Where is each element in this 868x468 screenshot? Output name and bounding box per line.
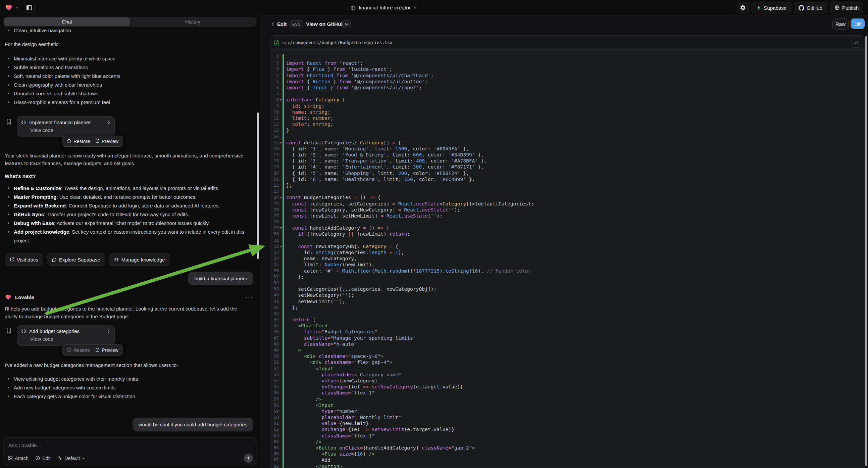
manage-knowledge-button[interactable]: Manage knowledge: [109, 254, 170, 266]
next-steps-list: Refine & Customize: Tweak the design, an…: [5, 184, 253, 245]
list-item: View existing budget categories with the…: [5, 375, 253, 383]
user-message-bubble: build a financial planner: [188, 272, 253, 285]
attach-button[interactable]: Attach: [8, 456, 29, 461]
list-item: Refine & Customize: Tweak the design, an…: [5, 184, 253, 193]
code-icon: [21, 120, 26, 124]
code-line: 12 color: string;: [271, 121, 865, 127]
sidebar-toggle-button[interactable]: [24, 3, 35, 13]
supabase-button[interactable]: Supabase: [751, 2, 792, 13]
fold-caret-icon[interactable]: [279, 227, 282, 229]
collapse-file-button[interactable]: [851, 38, 861, 48]
design-bullet-list: Minimalist interface with plenty of whit…: [5, 54, 253, 107]
code-line: 37 };: [271, 274, 865, 280]
list-item: Expand with Backend: Connect Supabase to…: [5, 201, 253, 210]
arrow-up-icon: [246, 456, 251, 460]
supabase-bolt-icon: [756, 5, 762, 10]
code-line: 53 placeholder="Category name": [271, 372, 865, 378]
code-line: 61 value={newLimit}: [271, 420, 865, 427]
globe-icon: [350, 5, 356, 11]
explore-supabase-button[interactable]: Explore Supabase: [46, 254, 105, 266]
code-line: 56 className="flex-1": [271, 390, 865, 396]
code-line: 65 <Button onClick={handleAddCategory} c…: [271, 445, 865, 451]
chat-input[interactable]: Ask Lovable...: [8, 442, 252, 448]
chevron-right-icon: [107, 120, 111, 124]
list-item: Add new budget categories with custom li…: [5, 383, 253, 392]
code-line: 55 onChange={(e) => setNewCategory(e.tar…: [271, 384, 865, 390]
send-button[interactable]: [244, 454, 253, 463]
list-item: Subtle animations and transitions: [5, 63, 253, 72]
code-line: 32 const newCategoryObj: Category = {: [271, 243, 865, 250]
code-panel: Exit ESC View on GitHub G Raw Diff src/c…: [260, 16, 868, 468]
esc-key-badge: ESC: [289, 18, 303, 30]
code-line: 49 >: [271, 347, 865, 353]
code-editor-lines: 12import React from 'react';3import { Pl…: [271, 54, 865, 468]
code-line: 20 { id: '5', name: 'Shopping', limit: 2…: [271, 170, 865, 176]
code-line: 38: [271, 280, 865, 286]
back-chevron-icon[interactable]: [271, 18, 275, 30]
version-card-implement-financial-planner[interactable]: Implement financial planner View code: [17, 116, 115, 137]
preview-button[interactable]: Preview: [95, 139, 118, 144]
gear-icon: [740, 5, 746, 11]
assistant-paragraph: Your sleek financial planner is now read…: [5, 152, 251, 167]
fold-caret-icon[interactable]: [279, 99, 282, 101]
raw-tab-button[interactable]: Raw: [832, 18, 848, 30]
exit-button[interactable]: Exit: [277, 18, 286, 30]
window-scrollbar[interactable]: [865, 36, 867, 466]
preview-button[interactable]: Preview: [95, 348, 118, 353]
list-item: Clean typography with clear hierarchies: [5, 81, 253, 89]
code-file-card: src/components/budget/BudgetCategories.t…: [270, 35, 865, 468]
settings-button[interactable]: [737, 2, 749, 13]
chat-scrollbar[interactable]: [257, 113, 259, 259]
view-code-link[interactable]: View code: [30, 336, 111, 342]
diff-tab-button[interactable]: Diff: [850, 18, 865, 30]
lovable-heart-icon: [5, 294, 12, 300]
tab-chat[interactable]: Chat: [4, 18, 130, 26]
list-item: GitHub Sync: Transfer your project's cod…: [5, 210, 253, 219]
file-header[interactable]: src/components/budget/BudgetCategories.t…: [271, 36, 865, 50]
fold-caret-icon[interactable]: [279, 197, 282, 198]
view-on-github-button[interactable]: View on GitHub: [306, 18, 344, 30]
code-line: 34 name: newCategory,: [271, 256, 865, 262]
code-line: 42 };: [271, 304, 865, 311]
heart-icon: [5, 4, 13, 11]
project-chevron-down-icon: [413, 6, 417, 10]
g-key-badge: G: [342, 18, 351, 30]
assistant-header: Lovable ···: [5, 294, 253, 300]
code-line: 27 const [newLimit, setNewLimit] = React…: [271, 213, 865, 219]
graduation-cap-icon: [114, 257, 119, 262]
code-toolbar: Exit ESC View on GitHub G Raw Diff: [260, 16, 868, 33]
code-line: 33 id: String(categories.length + 1),: [271, 250, 865, 256]
publish-globe-icon: [834, 5, 840, 10]
composer-actions: Attach Edit Default: [8, 454, 253, 463]
code-line: 9 id: string;: [271, 103, 865, 109]
publish-button[interactable]: Publish: [830, 2, 863, 13]
restore-button[interactable]: Restore: [67, 139, 90, 144]
panel-left-icon: [26, 5, 32, 10]
visit-docs-button[interactable]: Visit docs: [5, 254, 43, 266]
code-line: 7: [271, 91, 865, 97]
code-line: 17 { id: '2', name: 'Food & Dining', lim…: [271, 152, 865, 158]
more-options-icon[interactable]: ···: [246, 294, 253, 300]
version-actions-toolbar: Restore Preview: [62, 136, 123, 147]
bookmark-icon[interactable]: [6, 118, 12, 125]
mode-selector[interactable]: Default: [57, 456, 85, 461]
bookmark-icon[interactable]: [6, 327, 12, 334]
tab-history[interactable]: History: [130, 18, 256, 26]
version-card-add-budget-categories[interactable]: Add budget categories View code: [17, 325, 115, 346]
fold-caret-icon[interactable]: [279, 142, 282, 144]
chat-composer[interactable]: Ask Lovable... Attach Edit: [3, 437, 257, 466]
restore-button[interactable]: Restore: [67, 348, 90, 353]
file-path: src/components/budget/BudgetCategories.t…: [282, 40, 393, 45]
view-code-link[interactable]: View code: [30, 127, 111, 133]
code-line: 50 <div className="space-y-6">: [271, 353, 865, 359]
project-selector[interactable]: financial-future-creator: [350, 0, 417, 16]
external-link-icon: [10, 257, 14, 262]
code-line: 10 name: string;: [271, 109, 865, 115]
external-link-icon: [95, 348, 100, 352]
lovable-logo[interactable]: [5, 4, 13, 11]
code-line: 66 <Plus size={16} />: [271, 451, 865, 457]
github-button[interactable]: GitHub: [794, 2, 827, 13]
logo-chevron-down-icon[interactable]: [16, 6, 19, 10]
edit-button[interactable]: Edit: [35, 456, 51, 461]
fold-caret-icon[interactable]: [279, 246, 282, 247]
